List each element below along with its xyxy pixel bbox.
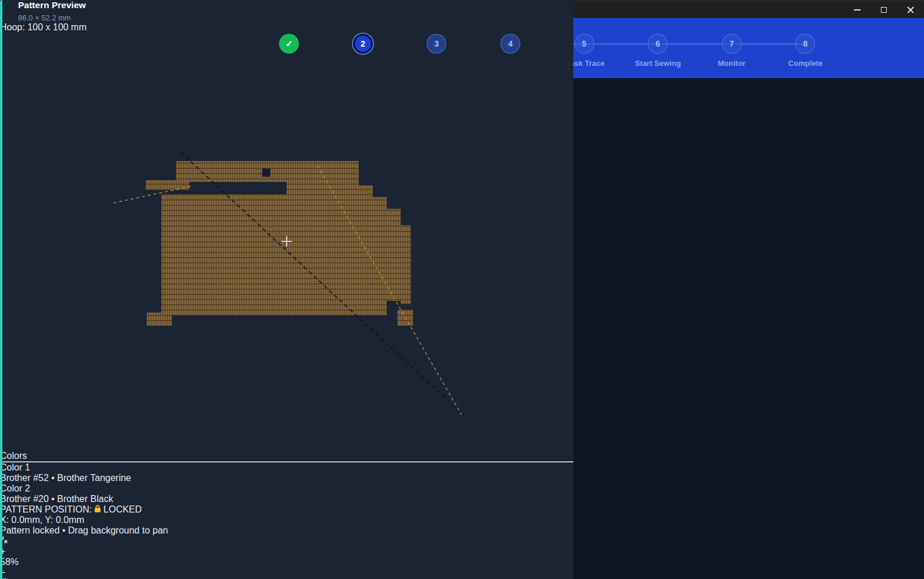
legend-title: Colors <box>0 451 573 461</box>
step-home-machine-circle[interactable]: 2 <box>353 34 373 54</box>
pattern-position-overlay: PATTERN POSITION: LOCKED X: 0.0mm, Y: 0.… <box>0 504 573 536</box>
pattern-preview-card: Pattern Preview 86.0 × 52.2 mm Hoop: 100… <box>0 0 573 579</box>
pattern-coordinates: X: 0.0mm, Y: 0.0mm <box>0 515 573 525</box>
step-start-sewing-circle[interactable]: 6 <box>648 34 668 54</box>
step-mask-trace-circle[interactable]: 5 <box>574 34 594 54</box>
zoom-controls: + 58% − <box>0 536 573 579</box>
colors-legend: Colors Color 1 Brother #52 • Brother Tan… <box>0 451 573 504</box>
lock-icon <box>94 505 101 513</box>
minimize-button[interactable] <box>844 2 870 18</box>
image-icon <box>0 0 10 13</box>
lock-state: LOCKED <box>104 504 142 514</box>
embroidery-pattern <box>0 33 573 448</box>
app-window: Respira v0.0.0 Respira •K4P502956 × Disc… <box>0 0 924 579</box>
pattern-position-label: PATTERN POSITION: <box>0 504 92 514</box>
zoom-level: 58% <box>0 557 573 567</box>
zoom-in-button[interactable]: + <box>0 546 573 557</box>
hoop-label: Hoop: 100 x 100 mm <box>0 22 87 32</box>
pattern-lock-hint: Pattern locked • Drag background to pan <box>0 525 573 536</box>
zoom-out-button[interactable]: − <box>0 567 573 578</box>
pattern-dimensions: 86.0 × 52.2 mm <box>18 13 86 22</box>
close-button[interactable] <box>897 2 924 18</box>
fit-view-icon <box>0 536 8 544</box>
fit-view-button[interactable] <box>0 536 573 546</box>
hoop-boundary: Hoop: 100 x 100 mm <box>0 22 573 33</box>
step-monitor: 7 Monitor <box>695 34 769 75</box>
maximize-icon <box>881 7 887 13</box>
preview-canvas[interactable]: Hoop: 100 x 100 mm <box>0 22 573 579</box>
step-start-sewing: 6 Start Sewing <box>621 34 695 75</box>
step-complete: 8 Complete <box>768 34 842 75</box>
step-complete-circle[interactable]: 8 <box>795 34 815 54</box>
close-icon <box>907 6 914 13</box>
step-monitor-circle[interactable]: 7 <box>722 34 742 54</box>
pattern-preview-title: Pattern Preview <box>18 0 86 10</box>
step-upload-circle[interactable]: 4 <box>500 34 520 54</box>
maximize-button[interactable] <box>870 2 897 18</box>
legend-color-2: Color 2 Brother #20 • Brother Black <box>0 483 573 504</box>
legend-color-1: Color 1 Brother #52 • Brother Tangerine <box>0 462 573 483</box>
minimize-icon <box>854 9 860 10</box>
